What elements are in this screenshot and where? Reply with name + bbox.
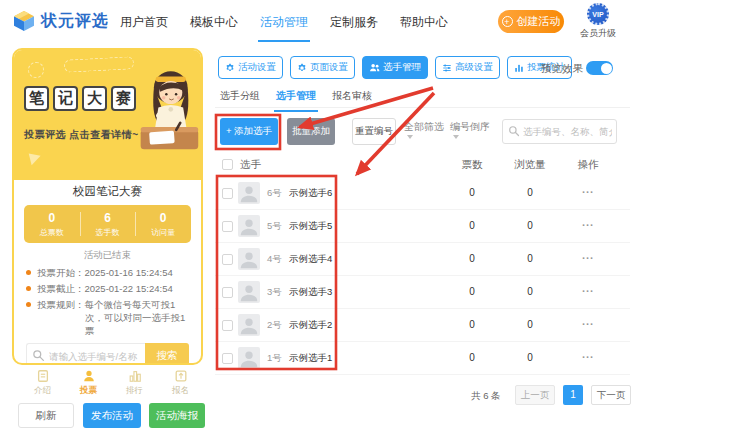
app-window: 状元评选 用户首页 模板中心 活动管理 定制服务 帮助中心 + 创建活动 VIP…: [0, 0, 750, 434]
player-views: 0: [500, 286, 560, 297]
row-more-button[interactable]: ...: [558, 348, 618, 360]
player-votes: 0: [442, 286, 502, 297]
gear-icon: [225, 63, 235, 73]
reset-number-button[interactable]: 重置编号: [352, 118, 396, 145]
avatar: [238, 248, 260, 270]
activity-poster-button[interactable]: 活动海报: [149, 403, 205, 428]
tab-signup[interactable]: 报名: [172, 369, 189, 397]
stat-value: 6: [104, 211, 111, 225]
divider: [215, 107, 630, 108]
activity-stats-bar: 0 总票数 6 选手数 0 访问量: [24, 205, 191, 243]
info-vote-end: 投票截止：2025-01-22 15:24:54: [26, 282, 189, 295]
row-more-button[interactable]: ...: [558, 249, 618, 261]
nav-item-help-center[interactable]: 帮助中心: [398, 10, 450, 35]
row-more-button[interactable]: ...: [558, 282, 618, 294]
player-votes: 0: [442, 220, 502, 231]
avatar: [238, 314, 260, 336]
row-more-button[interactable]: ...: [558, 315, 618, 327]
refresh-button[interactable]: 刷新: [18, 403, 74, 428]
row-checkbox[interactable]: [222, 287, 233, 298]
select-all-checkbox[interactable]: [222, 159, 233, 170]
player-votes: 0: [442, 319, 502, 330]
document-icon: [36, 369, 50, 383]
preview-effect-label: 预览效果: [541, 62, 583, 76]
vip-upgrade-label: 会员升级: [576, 27, 620, 40]
player-number: 6号: [267, 187, 282, 200]
page-settings-button[interactable]: 页面设置: [290, 56, 355, 79]
row-checkbox[interactable]: [222, 221, 233, 232]
advanced-settings-button[interactable]: 高级设置: [435, 56, 500, 79]
player-views: 0: [500, 319, 560, 330]
row-checkbox[interactable]: [222, 254, 233, 265]
row-more-button[interactable]: ...: [558, 216, 618, 228]
create-activity-label: 创建活动: [517, 14, 561, 29]
cartoon-girl-illustration: [138, 64, 200, 160]
pagination: 共 6 条 上一页 1 下一页: [215, 385, 630, 407]
nav-item-template-center[interactable]: 模板中心: [188, 10, 240, 35]
banner-decoration: [28, 62, 44, 78]
info-vote-start: 投票开始：2025-01-16 15:24:54: [26, 266, 189, 279]
tab-player-management[interactable]: 选手管理: [274, 89, 318, 112]
row-checkbox[interactable]: [222, 188, 233, 199]
header-votes: 票数: [442, 158, 502, 172]
banner-title-char: 赛: [111, 86, 136, 111]
top-nav: 状元评选 用户首页 模板中心 活动管理 定制服务 帮助中心 + 创建活动 VIP…: [0, 0, 750, 44]
nav-item-activity-management[interactable]: 活动管理: [258, 10, 310, 35]
tab-vote[interactable]: 投票: [80, 369, 97, 397]
pagination-next-button[interactable]: 下一页: [591, 385, 631, 405]
tab-signup-review[interactable]: 报名审核: [330, 89, 374, 112]
player-management-button[interactable]: 选手管理: [362, 56, 428, 79]
stat-label: 选手数: [96, 227, 120, 238]
tab-player-groups[interactable]: 选手分组: [218, 89, 262, 112]
stat-visits: 0 访问量: [135, 205, 191, 243]
nav-item-user-home[interactable]: 用户首页: [118, 10, 170, 35]
stat-label: 访问量: [151, 227, 175, 238]
nav-menu: 用户首页 模板中心 活动管理 定制服务 帮助中心: [118, 0, 450, 44]
signup-form-icon: [174, 369, 188, 383]
batch-add-button[interactable]: 批量添加: [287, 118, 335, 145]
row-checkbox[interactable]: [222, 320, 233, 331]
preview-bottom-tabs: 介绍 投票 排行 报名: [12, 369, 203, 397]
banner-title-char: 记: [53, 86, 78, 111]
vip-upgrade[interactable]: VIP 会员升级: [576, 3, 620, 40]
add-player-button[interactable]: + 添加选手: [220, 118, 278, 145]
banner-subtitle: 投票评选 点击查看详情~: [24, 128, 139, 142]
bar-chart-icon: [128, 369, 142, 383]
tab-ranking[interactable]: 排行: [126, 369, 143, 397]
player-name: 示例选手5: [289, 220, 332, 233]
activity-banner[interactable]: 笔 记 大 赛 投票评选 点击查看详情~: [14, 50, 201, 180]
player-views: 0: [500, 220, 560, 231]
banner-decoration: [64, 56, 135, 73]
player-name: 示例选手6: [289, 187, 332, 200]
player-views: 0: [500, 187, 560, 198]
chevron-down-icon: [407, 135, 413, 139]
row-checkbox[interactable]: [222, 353, 233, 364]
logo[interactable]: 状元评选: [12, 9, 109, 33]
pagination-page-1[interactable]: 1: [563, 385, 583, 405]
activity-settings-button[interactable]: 活动设置: [218, 56, 283, 79]
person-icon: [82, 369, 96, 383]
stat-total-votes: 0 总票数: [24, 205, 80, 243]
create-activity-button[interactable]: + 创建活动: [498, 10, 564, 33]
pagination-prev-button[interactable]: 上一页: [515, 385, 555, 405]
sort-order-dropdown[interactable]: 编号倒序: [450, 121, 490, 139]
gear-icon: [297, 63, 307, 73]
preview-toggle[interactable]: [586, 61, 613, 75]
nav-item-custom-service[interactable]: 定制服务: [328, 10, 380, 35]
player-name: 示例选手4: [289, 253, 332, 266]
tab-intro[interactable]: 介绍: [34, 369, 51, 397]
player-name: 示例选手1: [289, 352, 332, 365]
avatar: [238, 281, 260, 303]
chevron-down-icon: [453, 135, 459, 139]
row-more-button[interactable]: ...: [558, 183, 618, 195]
filter-all-dropdown[interactable]: 全部筛选: [404, 121, 444, 139]
player-votes: 0: [442, 253, 502, 264]
table-header: 选手 票数 浏览量 操作: [215, 155, 630, 177]
plus-icon: +: [502, 16, 513, 27]
stat-value: 0: [160, 211, 167, 225]
bullet-dot-icon: [26, 270, 31, 275]
toggle-knob: [601, 63, 612, 74]
publish-activity-button[interactable]: 发布活动: [83, 403, 141, 428]
bullet-dot-icon: [26, 286, 31, 291]
sidebar-search-button[interactable]: 搜索: [145, 343, 189, 365]
